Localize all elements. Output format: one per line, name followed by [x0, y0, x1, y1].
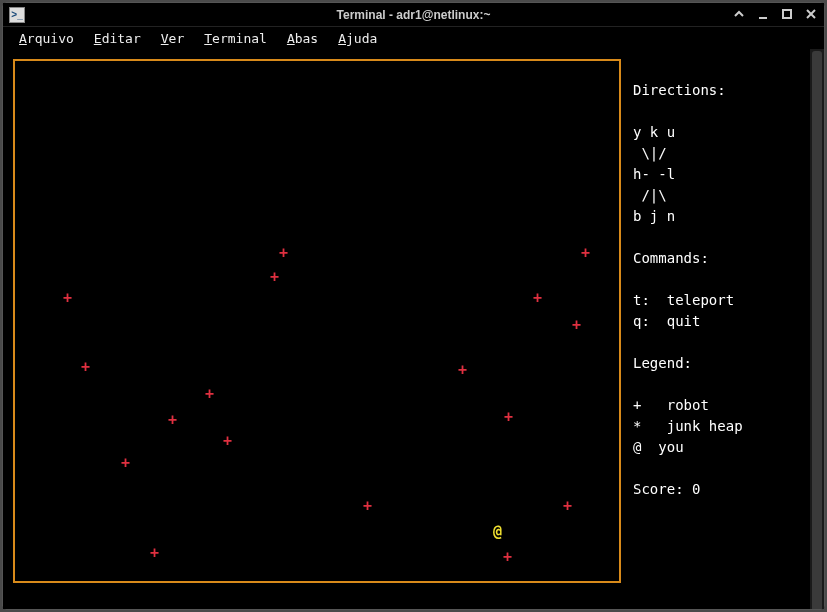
- menu-ver[interactable]: Ver: [151, 29, 194, 48]
- menu-abas[interactable]: Abas: [277, 29, 328, 48]
- svg-rect-1: [783, 10, 791, 18]
- robot: +: [581, 244, 590, 262]
- minimize-button[interactable]: [754, 5, 772, 23]
- menu-terminal[interactable]: Terminal: [194, 29, 277, 48]
- maximize-button[interactable]: [778, 5, 796, 23]
- robot: +: [458, 361, 467, 379]
- menu-editar[interactable]: Editar: [84, 29, 151, 48]
- menu-arquivo[interactable]: Arquivo: [9, 29, 84, 48]
- robot: +: [205, 385, 214, 403]
- scrollbar-thumb[interactable]: [812, 51, 822, 609]
- menubar: Arquivo Editar Ver Terminal Abas Ajuda: [3, 27, 824, 49]
- robot: +: [363, 497, 372, 515]
- robot: +: [150, 544, 159, 562]
- menu-ajuda[interactable]: Ajuda: [328, 29, 387, 48]
- robot: +: [223, 432, 232, 450]
- legend-list: + robot * junk heap @ you: [633, 397, 743, 455]
- directions-title: Directions:: [633, 82, 726, 98]
- robot: +: [503, 548, 512, 566]
- terminal-body[interactable]: +++++++++++++++++@ Directions: y k u \|/…: [3, 49, 824, 609]
- commands-title: Commands:: [633, 250, 709, 266]
- robot: +: [63, 289, 72, 307]
- commands-list: t: teleport q: quit: [633, 292, 734, 329]
- robot: +: [572, 316, 581, 334]
- robot: +: [533, 289, 542, 307]
- window-controls: [730, 5, 820, 23]
- terminal-icon: >_: [9, 7, 25, 23]
- robot: +: [563, 497, 572, 515]
- window-title: Terminal - adr1@netlinux:~: [3, 8, 824, 22]
- robot: +: [121, 454, 130, 472]
- scrollbar[interactable]: [810, 49, 824, 609]
- terminal-window: >_ Terminal - adr1@netlinux:~ Arquivo Ed…: [2, 2, 825, 610]
- robot: +: [270, 268, 279, 286]
- legend-title: Legend:: [633, 355, 692, 371]
- score-label: Score:: [633, 481, 692, 497]
- score-value: 0: [692, 481, 700, 497]
- directions-map: y k u \|/ h- -l /|\ b j n: [633, 124, 675, 224]
- player: @: [493, 523, 502, 541]
- robot: +: [81, 358, 90, 376]
- game-playfield: [13, 59, 621, 583]
- titlebar[interactable]: >_ Terminal - adr1@netlinux:~: [3, 3, 824, 27]
- rollup-button[interactable]: [730, 5, 748, 23]
- close-button[interactable]: [802, 5, 820, 23]
- robot: +: [504, 408, 513, 426]
- robot: +: [279, 244, 288, 262]
- game-sidebar: Directions: y k u \|/ h- -l /|\ b j n Co…: [633, 59, 743, 521]
- robot: +: [168, 411, 177, 429]
